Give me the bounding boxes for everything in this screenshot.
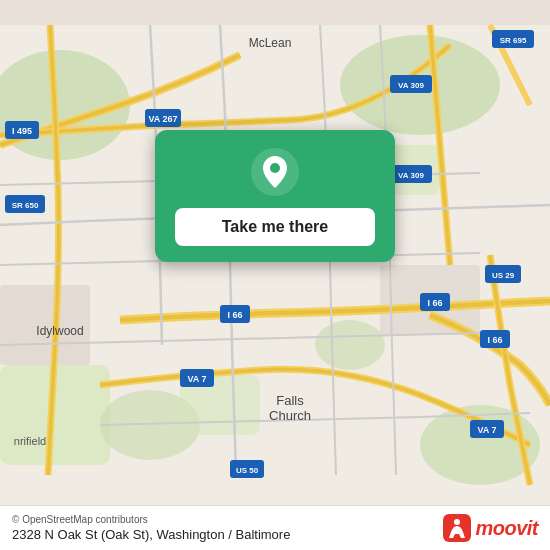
svg-point-5 [315,320,385,370]
svg-text:Church: Church [269,408,311,423]
osm-attribution: © OpenStreetMap contributors [12,514,290,525]
location-card: Take me there [155,130,395,262]
svg-text:I 66: I 66 [487,335,502,345]
svg-text:VA 309: VA 309 [398,171,424,180]
svg-text:VA 267: VA 267 [148,114,177,124]
take-me-there-button[interactable]: Take me there [175,208,375,246]
svg-text:Falls: Falls [276,393,304,408]
moovit-text-logo: moovit [475,517,538,540]
svg-text:I 66: I 66 [427,298,442,308]
map-pin-icon [251,148,299,196]
svg-text:US 50: US 50 [236,466,259,475]
svg-text:VA 7: VA 7 [187,374,206,384]
svg-point-46 [454,519,460,525]
svg-text:SR 695: SR 695 [500,36,527,45]
svg-text:Idylwood: Idylwood [36,324,83,338]
moovit-brand-icon [443,514,471,542]
bottom-left-info: © OpenStreetMap contributors 2328 N Oak … [12,514,290,542]
bottom-bar: © OpenStreetMap contributors 2328 N Oak … [0,505,550,550]
address-label: 2328 N Oak St (Oak St), Washington / Bal… [12,527,290,542]
moovit-logo: moovit [443,514,538,542]
map-background: I 495 VA 267 SR 695 VA 309 VA 309 SR 650… [0,0,550,550]
svg-text:McLean: McLean [249,36,292,50]
svg-text:VA 309: VA 309 [398,81,424,90]
svg-text:nrifield: nrifield [14,435,46,447]
svg-point-44 [270,163,280,173]
svg-text:I 495: I 495 [12,126,32,136]
svg-text:VA 7: VA 7 [477,425,496,435]
map-container: I 495 VA 267 SR 695 VA 309 VA 309 SR 650… [0,0,550,550]
svg-text:US 29: US 29 [492,271,515,280]
svg-text:SR 650: SR 650 [12,201,39,210]
svg-text:I 66: I 66 [227,310,242,320]
